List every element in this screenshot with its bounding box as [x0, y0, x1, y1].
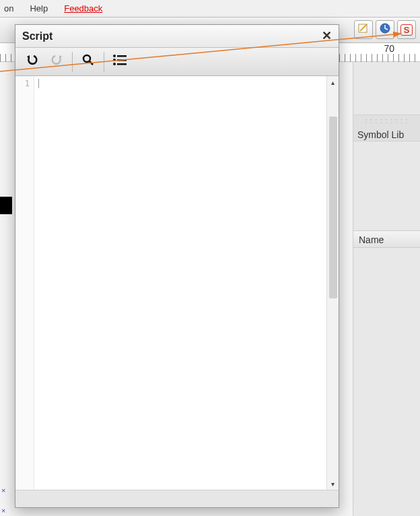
svg-line-3 — [90, 61, 93, 65]
svg-point-4 — [113, 55, 116, 57]
svg-point-6 — [113, 59, 116, 61]
chevron-up-icon: ▴ — [331, 79, 335, 86]
toolbar-divider-1 — [72, 52, 73, 72]
line-number-1: 1 — [15, 79, 30, 88]
svg-point-2 — [83, 55, 90, 62]
clock-icon — [379, 22, 391, 37]
vertical-scrollbar[interactable]: ▴ ▾ — [326, 76, 339, 490]
svg-rect-5 — [117, 55, 127, 57]
panel-grip-dots[interactable]: : : : : : : : : : — [353, 117, 420, 121]
search-button[interactable] — [77, 52, 100, 72]
undo-button[interactable] — [21, 52, 44, 72]
menu-item-help[interactable]: Help — [30, 3, 48, 13]
name-column-header[interactable]: Name — [353, 230, 420, 248]
chevron-down-icon: ▾ — [331, 480, 335, 488]
redo-icon — [49, 53, 64, 71]
dialog-footer — [15, 490, 339, 507]
list-icon — [112, 54, 127, 69]
line-number-gutter: 1 — [15, 76, 34, 490]
clock-button[interactable] — [376, 20, 394, 39]
edit-icon — [357, 22, 370, 37]
right-side-panel: : : : : : : : : : Symbol Lib Name — [353, 62, 420, 516]
left-black-marker — [0, 197, 12, 214]
edit-button[interactable] — [354, 20, 373, 39]
script-icon: S — [400, 24, 413, 36]
redo-button[interactable] — [45, 52, 68, 72]
script-dialog: Script ✕ — [15, 24, 339, 508]
toolbar-divider-2 — [104, 52, 104, 72]
left-marker-1: × — [1, 486, 8, 493]
search-icon — [81, 53, 95, 70]
editor-area: 1 ▴ ▾ — [15, 76, 339, 490]
ruler-mark-70: 70 — [384, 43, 394, 54]
editor-caret — [38, 79, 39, 88]
left-marker-2: × — [1, 507, 8, 513]
undo-icon — [25, 53, 40, 71]
scroll-down-button[interactable]: ▾ — [327, 478, 339, 490]
dialog-title-bar[interactable]: Script ✕ — [15, 25, 339, 48]
svg-rect-7 — [117, 59, 127, 61]
menu-bar: on Help Feedback — [0, 0, 420, 18]
symbol-library-title: Symbol Lib — [357, 129, 420, 140]
script-button[interactable]: S — [397, 20, 416, 39]
list-button[interactable] — [108, 52, 131, 72]
svg-point-8 — [113, 63, 116, 65]
dialog-toolbar — [15, 48, 339, 76]
close-icon: ✕ — [322, 28, 332, 43]
close-button[interactable]: ✕ — [318, 28, 335, 44]
svg-rect-9 — [117, 63, 127, 65]
dialog-title-text: Script — [22, 30, 53, 42]
menu-item-partial[interactable]: on — [4, 3, 13, 13]
menu-item-feedback[interactable]: Feedback — [64, 3, 102, 13]
scrollbar-thumb[interactable] — [329, 117, 337, 298]
script-editor[interactable] — [34, 76, 326, 490]
scroll-up-button[interactable]: ▴ — [327, 76, 339, 88]
